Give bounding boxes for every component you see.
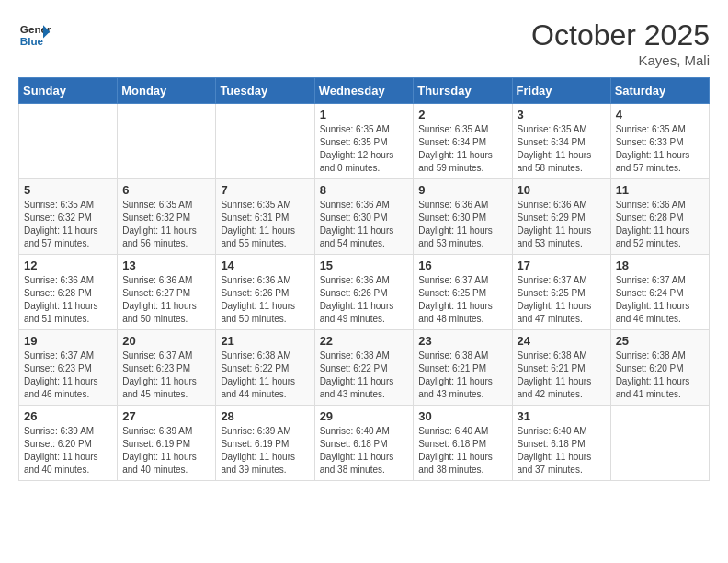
calendar-week-row: 26Sunrise: 6:39 AM Sunset: 6:20 PM Dayli… bbox=[19, 406, 710, 481]
calendar-cell: 20Sunrise: 6:37 AM Sunset: 6:23 PM Dayli… bbox=[118, 330, 216, 406]
calendar-cell: 27Sunrise: 6:39 AM Sunset: 6:19 PM Dayli… bbox=[118, 406, 216, 481]
day-info: Sunrise: 6:36 AM Sunset: 6:26 PM Dayligh… bbox=[320, 274, 409, 326]
calendar-cell: 9Sunrise: 6:36 AM Sunset: 6:30 PM Daylig… bbox=[414, 179, 512, 255]
day-info: Sunrise: 6:37 AM Sunset: 6:25 PM Dayligh… bbox=[518, 274, 606, 326]
day-info: Sunrise: 6:35 AM Sunset: 6:31 PM Dayligh… bbox=[221, 199, 309, 250]
calendar-week-row: 19Sunrise: 6:37 AM Sunset: 6:23 PM Dayli… bbox=[19, 330, 710, 406]
calendar-cell: 7Sunrise: 6:35 AM Sunset: 6:31 PM Daylig… bbox=[216, 179, 314, 255]
calendar-cell: 24Sunrise: 6:38 AM Sunset: 6:21 PM Dayli… bbox=[512, 330, 610, 406]
day-number: 11 bbox=[616, 183, 704, 197]
day-info: Sunrise: 6:37 AM Sunset: 6:24 PM Dayligh… bbox=[616, 274, 704, 326]
day-number: 10 bbox=[518, 183, 606, 197]
month-title: October 2025 bbox=[531, 18, 710, 52]
calendar-cell bbox=[216, 104, 314, 179]
day-number: 26 bbox=[24, 409, 112, 423]
day-number: 4 bbox=[616, 108, 704, 121]
day-number: 20 bbox=[122, 334, 210, 348]
day-info: Sunrise: 6:36 AM Sunset: 6:30 PM Dayligh… bbox=[418, 199, 506, 250]
title-block: October 2025 Kayes, Mali bbox=[531, 18, 710, 68]
weekday-header-thursday: Thursday bbox=[414, 78, 512, 104]
weekday-header-sunday: Sunday bbox=[19, 78, 118, 104]
day-info: Sunrise: 6:36 AM Sunset: 6:27 PM Dayligh… bbox=[122, 274, 210, 326]
day-number: 12 bbox=[24, 259, 112, 272]
day-info: Sunrise: 6:35 AM Sunset: 6:34 PM Dayligh… bbox=[418, 123, 506, 175]
day-number: 17 bbox=[518, 259, 606, 272]
day-number: 2 bbox=[418, 108, 506, 121]
calendar-cell: 12Sunrise: 6:36 AM Sunset: 6:28 PM Dayli… bbox=[19, 255, 118, 330]
day-number: 22 bbox=[320, 334, 409, 348]
day-info: Sunrise: 6:36 AM Sunset: 6:26 PM Dayligh… bbox=[221, 274, 309, 326]
calendar-cell: 5Sunrise: 6:35 AM Sunset: 6:32 PM Daylig… bbox=[19, 179, 118, 255]
day-number: 16 bbox=[418, 259, 506, 272]
day-number: 7 bbox=[221, 183, 309, 197]
calendar-cell: 13Sunrise: 6:36 AM Sunset: 6:27 PM Dayli… bbox=[118, 255, 216, 330]
page-header: General Blue October 2025 Kayes, Mali bbox=[18, 18, 710, 68]
calendar-cell: 21Sunrise: 6:38 AM Sunset: 6:22 PM Dayli… bbox=[216, 330, 314, 406]
weekday-header-tuesday: Tuesday bbox=[216, 78, 314, 104]
day-number: 9 bbox=[418, 183, 506, 197]
calendar-week-row: 12Sunrise: 6:36 AM Sunset: 6:28 PM Dayli… bbox=[19, 255, 710, 330]
calendar-cell: 6Sunrise: 6:35 AM Sunset: 6:32 PM Daylig… bbox=[118, 179, 216, 255]
calendar-cell bbox=[610, 406, 709, 481]
calendar-week-row: 5Sunrise: 6:35 AM Sunset: 6:32 PM Daylig… bbox=[19, 179, 710, 255]
day-number: 29 bbox=[320, 409, 409, 423]
calendar-cell: 4Sunrise: 6:35 AM Sunset: 6:33 PM Daylig… bbox=[610, 104, 709, 179]
day-number: 13 bbox=[122, 259, 210, 272]
day-info: Sunrise: 6:38 AM Sunset: 6:22 PM Dayligh… bbox=[221, 350, 309, 401]
day-number: 14 bbox=[221, 259, 309, 272]
day-info: Sunrise: 6:36 AM Sunset: 6:30 PM Dayligh… bbox=[320, 199, 409, 250]
calendar-cell: 23Sunrise: 6:38 AM Sunset: 6:21 PM Dayli… bbox=[414, 330, 512, 406]
calendar-cell: 31Sunrise: 6:40 AM Sunset: 6:18 PM Dayli… bbox=[512, 406, 610, 481]
day-info: Sunrise: 6:35 AM Sunset: 6:35 PM Dayligh… bbox=[320, 123, 409, 175]
day-number: 30 bbox=[418, 409, 506, 423]
calendar-cell: 26Sunrise: 6:39 AM Sunset: 6:20 PM Dayli… bbox=[19, 406, 118, 481]
calendar-cell: 25Sunrise: 6:38 AM Sunset: 6:20 PM Dayli… bbox=[610, 330, 709, 406]
day-info: Sunrise: 6:35 AM Sunset: 6:34 PM Dayligh… bbox=[518, 123, 606, 175]
calendar-cell: 8Sunrise: 6:36 AM Sunset: 6:30 PM Daylig… bbox=[314, 179, 414, 255]
calendar-cell: 28Sunrise: 6:39 AM Sunset: 6:19 PM Dayli… bbox=[216, 406, 314, 481]
weekday-header-row: SundayMondayTuesdayWednesdayThursdayFrid… bbox=[19, 78, 710, 104]
day-info: Sunrise: 6:38 AM Sunset: 6:20 PM Dayligh… bbox=[616, 350, 704, 401]
day-number: 18 bbox=[616, 259, 704, 272]
day-info: Sunrise: 6:40 AM Sunset: 6:18 PM Dayligh… bbox=[518, 425, 606, 477]
calendar-cell: 17Sunrise: 6:37 AM Sunset: 6:25 PM Dayli… bbox=[512, 255, 610, 330]
calendar-cell bbox=[118, 104, 216, 179]
day-info: Sunrise: 6:40 AM Sunset: 6:18 PM Dayligh… bbox=[320, 425, 409, 477]
day-number: 8 bbox=[320, 183, 409, 197]
calendar-cell: 1Sunrise: 6:35 AM Sunset: 6:35 PM Daylig… bbox=[314, 104, 414, 179]
day-info: Sunrise: 6:38 AM Sunset: 6:21 PM Dayligh… bbox=[518, 350, 606, 401]
day-number: 24 bbox=[518, 334, 606, 348]
calendar-cell: 22Sunrise: 6:38 AM Sunset: 6:22 PM Dayli… bbox=[314, 330, 414, 406]
calendar-table: SundayMondayTuesdayWednesdayThursdayFrid… bbox=[18, 77, 710, 481]
day-info: Sunrise: 6:36 AM Sunset: 6:28 PM Dayligh… bbox=[616, 199, 704, 250]
day-number: 3 bbox=[518, 108, 606, 121]
day-number: 6 bbox=[122, 183, 210, 197]
weekday-header-friday: Friday bbox=[512, 78, 610, 104]
location: Kayes, Mali bbox=[531, 52, 710, 68]
calendar-cell: 18Sunrise: 6:37 AM Sunset: 6:24 PM Dayli… bbox=[610, 255, 709, 330]
day-info: Sunrise: 6:36 AM Sunset: 6:28 PM Dayligh… bbox=[24, 274, 112, 326]
day-info: Sunrise: 6:37 AM Sunset: 6:23 PM Dayligh… bbox=[24, 350, 112, 401]
day-info: Sunrise: 6:38 AM Sunset: 6:22 PM Dayligh… bbox=[320, 350, 409, 401]
calendar-cell: 11Sunrise: 6:36 AM Sunset: 6:28 PM Dayli… bbox=[610, 179, 709, 255]
day-info: Sunrise: 6:39 AM Sunset: 6:20 PM Dayligh… bbox=[24, 425, 112, 477]
day-number: 28 bbox=[221, 409, 309, 423]
day-number: 5 bbox=[24, 183, 112, 197]
day-info: Sunrise: 6:38 AM Sunset: 6:21 PM Dayligh… bbox=[418, 350, 506, 401]
day-info: Sunrise: 6:39 AM Sunset: 6:19 PM Dayligh… bbox=[122, 425, 210, 477]
day-info: Sunrise: 6:36 AM Sunset: 6:29 PM Dayligh… bbox=[518, 199, 606, 250]
day-number: 25 bbox=[616, 334, 704, 348]
calendar-cell: 29Sunrise: 6:40 AM Sunset: 6:18 PM Dayli… bbox=[314, 406, 414, 481]
day-number: 15 bbox=[320, 259, 409, 272]
day-info: Sunrise: 6:37 AM Sunset: 6:23 PM Dayligh… bbox=[122, 350, 210, 401]
day-info: Sunrise: 6:37 AM Sunset: 6:25 PM Dayligh… bbox=[418, 274, 506, 326]
day-info: Sunrise: 6:35 AM Sunset: 6:32 PM Dayligh… bbox=[24, 199, 112, 250]
day-number: 19 bbox=[24, 334, 112, 348]
calendar-cell: 30Sunrise: 6:40 AM Sunset: 6:18 PM Dayli… bbox=[414, 406, 512, 481]
day-number: 23 bbox=[418, 334, 506, 348]
calendar-cell bbox=[19, 104, 118, 179]
weekday-header-wednesday: Wednesday bbox=[314, 78, 414, 104]
day-number: 21 bbox=[221, 334, 309, 348]
svg-text:Blue: Blue bbox=[20, 35, 44, 47]
day-info: Sunrise: 6:40 AM Sunset: 6:18 PM Dayligh… bbox=[418, 425, 506, 477]
